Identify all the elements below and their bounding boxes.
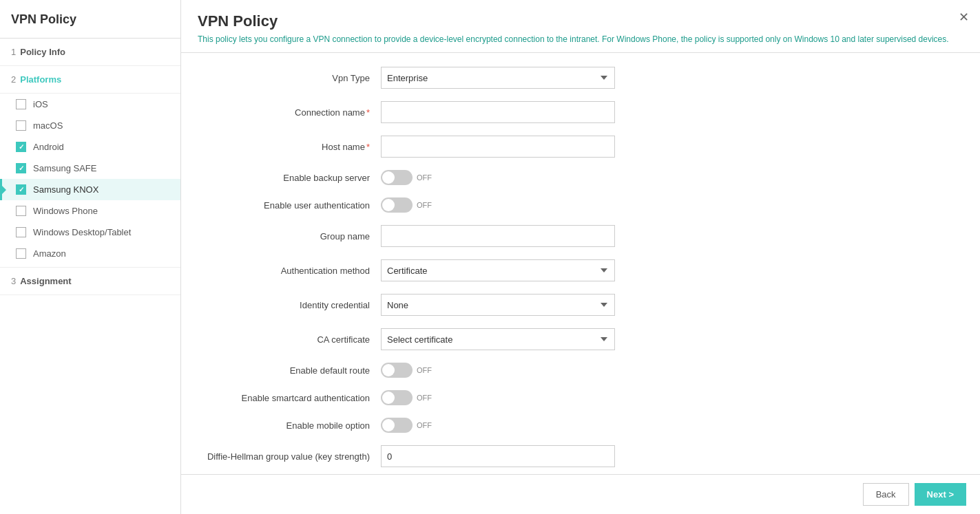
- android-label: Android: [33, 142, 64, 152]
- amazon-checkbox[interactable]: [16, 248, 26, 259]
- active-arrow: [2, 186, 6, 194]
- enable-default-route-toggle[interactable]: [381, 363, 413, 378]
- enable-user-auth-row: Enable user authentication OFF: [202, 197, 959, 213]
- identity-credential-select[interactable]: None: [381, 294, 615, 316]
- enable-user-auth-toggle[interactable]: [381, 197, 413, 213]
- windows-desktop-label: Windows Desktop/Tablet: [33, 227, 131, 237]
- host-name-row: Host name*: [202, 136, 959, 158]
- amazon-label: Amazon: [33, 248, 66, 259]
- enable-mobile-row: Enable mobile option OFF: [202, 418, 959, 433]
- macos-label: macOS: [33, 120, 63, 131]
- main-header: VPN Policy This policy lets you configur…: [181, 0, 980, 53]
- form-area: Vpn Type Enterprise Personal Connection …: [181, 53, 980, 474]
- main-content: VPN Policy This policy lets you configur…: [181, 0, 980, 514]
- enable-user-auth-toggle-container: OFF: [381, 197, 432, 213]
- diffie-hellman-input[interactable]: [381, 445, 615, 467]
- connection-name-required: *: [366, 107, 370, 118]
- group-name-input[interactable]: [381, 225, 615, 247]
- samsung-knox-checkbox[interactable]: [16, 184, 26, 195]
- assignment-header: 3 Assignment: [11, 276, 169, 286]
- host-name-input[interactable]: [381, 136, 615, 158]
- toggle-knob-3: [382, 364, 395, 376]
- enable-mobile-label: Enable mobile option: [202, 420, 381, 431]
- policy-info-label: Policy Info: [20, 47, 65, 57]
- samsung-safe-label: Samsung SAFE: [33, 163, 97, 173]
- sidebar-section-policy-info[interactable]: 1 Policy Info: [0, 39, 180, 66]
- ca-certificate-select[interactable]: Select certificate: [381, 328, 615, 350]
- ca-certificate-label: CA certificate: [202, 334, 381, 345]
- vpn-type-label: Vpn Type: [202, 73, 381, 83]
- group-name-row: Group name: [202, 225, 959, 247]
- group-name-label: Group name: [202, 231, 381, 242]
- identity-credential-row: Identity credential None: [202, 294, 959, 316]
- ca-certificate-row: CA certificate Select certificate: [202, 328, 959, 350]
- host-name-label: Host name*: [202, 142, 381, 152]
- connection-name-label: Connection name*: [202, 107, 381, 118]
- samsung-knox-label: Samsung KNOX: [33, 184, 98, 195]
- next-button[interactable]: Next >: [915, 483, 966, 506]
- close-button[interactable]: ✕: [959, 11, 969, 23]
- platforms-header: 2 Platforms: [11, 74, 169, 85]
- enable-backup-server-state: OFF: [417, 173, 432, 182]
- platforms-label: Platforms: [20, 74, 61, 85]
- enable-smartcard-toggle-container: OFF: [381, 390, 432, 405]
- host-name-required: *: [366, 142, 370, 152]
- assignment-label: Assignment: [20, 276, 71, 286]
- enable-default-route-row: Enable default route OFF: [202, 363, 959, 378]
- sidebar-item-ios[interactable]: iOS: [0, 94, 180, 115]
- ios-checkbox[interactable]: [16, 99, 26, 109]
- sidebar: VPN Policy 1 Policy Info 2 Platforms iOS: [0, 0, 181, 514]
- enable-default-route-state: OFF: [417, 366, 432, 374]
- enable-user-auth-state: OFF: [417, 201, 432, 209]
- toggle-knob-5: [382, 419, 395, 431]
- toggle-knob-4: [382, 392, 395, 404]
- main-title: VPN Policy: [198, 12, 963, 30]
- enable-mobile-toggle-container: OFF: [381, 418, 432, 433]
- enable-backup-server-label: Enable backup server: [202, 173, 381, 183]
- windows-phone-label: Windows Phone: [33, 206, 98, 216]
- enable-mobile-toggle[interactable]: [381, 418, 413, 433]
- enable-smartcard-toggle[interactable]: [381, 390, 413, 405]
- back-button[interactable]: Back: [863, 483, 909, 506]
- enable-mobile-state: OFF: [417, 421, 432, 429]
- assignment-number: 3: [11, 276, 16, 286]
- sidebar-item-windows-desktop[interactable]: Windows Desktop/Tablet: [0, 222, 180, 243]
- sidebar-item-android[interactable]: Android: [0, 136, 180, 158]
- windows-phone-checkbox[interactable]: [16, 206, 26, 216]
- sidebar-item-samsung-knox[interactable]: Samsung KNOX: [0, 179, 180, 200]
- toggle-knob-2: [382, 199, 395, 211]
- sidebar-section-assignment[interactable]: 3 Assignment: [0, 268, 180, 295]
- enable-backup-server-toggle-container: OFF: [381, 170, 432, 185]
- enable-backup-server-row: Enable backup server OFF: [202, 170, 959, 185]
- modal-container: VPN Policy 1 Policy Info 2 Platforms iOS: [0, 0, 980, 514]
- policy-info-header: 1 Policy Info: [11, 47, 169, 57]
- samsung-safe-checkbox[interactable]: [16, 163, 26, 173]
- windows-desktop-checkbox[interactable]: [16, 227, 26, 237]
- enable-user-auth-label: Enable user authentication: [202, 200, 381, 211]
- sidebar-item-macos[interactable]: macOS: [0, 115, 180, 136]
- platforms-number: 2: [11, 74, 16, 85]
- sidebar-item-samsung-safe[interactable]: Samsung SAFE: [0, 158, 180, 179]
- android-checkbox[interactable]: [16, 142, 26, 152]
- enable-smartcard-state: OFF: [417, 394, 432, 402]
- vpn-type-select[interactable]: Enterprise Personal: [381, 67, 615, 89]
- enable-smartcard-label: Enable smartcard authentication: [202, 393, 381, 403]
- diffie-hellman-row: Diffie-Hellman group value (key strength…: [202, 445, 959, 467]
- enable-smartcard-row: Enable smartcard authentication OFF: [202, 390, 959, 405]
- ios-label: iOS: [33, 99, 48, 109]
- policy-info-number: 1: [11, 47, 16, 57]
- diffie-hellman-label: Diffie-Hellman group value (key strength…: [202, 451, 381, 462]
- platforms-header-row: 2 Platforms: [0, 66, 180, 94]
- sidebar-item-windows-phone[interactable]: Windows Phone: [0, 200, 180, 222]
- sidebar-title: VPN Policy: [0, 0, 180, 39]
- sidebar-item-amazon[interactable]: Amazon: [0, 243, 180, 264]
- auth-method-label: Authentication method: [202, 266, 381, 276]
- macos-checkbox[interactable]: [16, 120, 26, 131]
- vpn-type-row: Vpn Type Enterprise Personal: [202, 67, 959, 89]
- connection-name-input[interactable]: [381, 101, 615, 123]
- footer: Back Next >: [181, 474, 980, 514]
- enable-backup-server-toggle[interactable]: [381, 170, 413, 185]
- enable-default-route-toggle-container: OFF: [381, 363, 432, 378]
- auth-method-row: Authentication method Certificate Passwo…: [202, 259, 959, 281]
- auth-method-select[interactable]: Certificate Password: [381, 259, 615, 281]
